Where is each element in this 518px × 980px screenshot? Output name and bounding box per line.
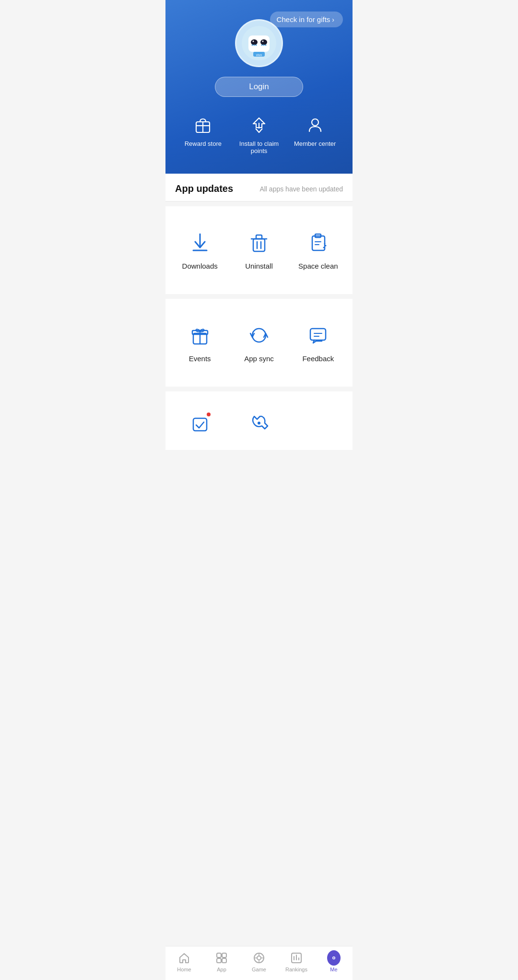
header-section: Check in for gifts › vivo xyxy=(165,0,353,174)
bottom-spacer xyxy=(165,450,353,488)
menu-grid-3 xyxy=(170,401,348,445)
menu-item-space-clean[interactable]: Space clean xyxy=(289,221,348,280)
reward-store-icon xyxy=(192,114,213,135)
chevron-right-icon: › xyxy=(332,16,334,24)
menu-item-events[interactable]: Events xyxy=(170,313,229,372)
downloads-label: Downloads xyxy=(182,262,218,270)
svg-point-11 xyxy=(265,45,267,46)
quick-link-member-center[interactable]: Member center xyxy=(287,114,343,154)
check-in-button[interactable]: Check in for gifts › xyxy=(270,12,343,27)
updates-badge-icon xyxy=(188,411,212,436)
badge-icon-wrapper xyxy=(188,412,212,435)
login-label: Login xyxy=(249,82,269,91)
downloads-icon xyxy=(188,230,212,255)
svg-point-10 xyxy=(263,45,265,46)
svg-point-32 xyxy=(323,247,325,248)
robot-avatar-icon: vivo xyxy=(240,24,278,62)
menu-item-uninstall[interactable]: Uninstall xyxy=(229,221,288,280)
svg-text:vivo: vivo xyxy=(256,53,262,57)
space-clean-icon xyxy=(306,230,330,255)
quick-links-bar: Reward store Install to claim points xyxy=(175,114,343,154)
svg-rect-41 xyxy=(193,418,207,431)
svg-point-3 xyxy=(260,39,267,45)
login-button[interactable]: Login xyxy=(215,77,303,97)
svg-rect-14 xyxy=(245,39,248,45)
events-label: Events xyxy=(189,354,211,363)
menu-item-app-sync[interactable]: App sync xyxy=(229,313,288,372)
app-updates-section: App updates All apps have been updated xyxy=(165,174,353,201)
reward-store-label: Reward store xyxy=(185,140,222,147)
svg-point-5 xyxy=(262,41,264,42)
feedback-label: Feedback xyxy=(302,354,334,363)
svg-rect-24 xyxy=(253,239,265,251)
menu-grid-1: Downloads Uninstall xyxy=(170,221,348,280)
member-center-icon xyxy=(305,114,326,135)
member-center-label: Member center xyxy=(294,140,336,147)
menu-item-updates-badge[interactable] xyxy=(170,401,229,445)
quick-link-install-points[interactable]: Install to claim points xyxy=(231,114,287,154)
uninstall-icon xyxy=(247,230,271,255)
notification-dot xyxy=(207,413,211,416)
app-sync-icon xyxy=(247,323,271,348)
events-icon xyxy=(188,323,212,348)
menu-item-downloads[interactable]: Downloads xyxy=(170,221,229,280)
uninstall-label: Uninstall xyxy=(245,262,273,270)
install-points-icon xyxy=(248,114,270,135)
svg-point-6 xyxy=(252,45,253,46)
menu-item-tools[interactable] xyxy=(229,401,288,445)
svg-rect-15 xyxy=(270,39,273,45)
svg-point-42 xyxy=(258,422,260,425)
install-points-label: Install to claim points xyxy=(231,140,287,154)
app-updates-status: All apps have been updated xyxy=(259,185,343,193)
tools-icon xyxy=(247,411,271,436)
svg-point-21 xyxy=(312,119,318,126)
menu-item-feedback[interactable]: Feedback xyxy=(289,313,348,372)
menu-section-2: Events App sync xyxy=(165,299,353,387)
app-sync-label: App sync xyxy=(244,354,274,363)
svg-rect-28 xyxy=(312,236,325,250)
svg-point-7 xyxy=(254,45,255,46)
svg-point-9 xyxy=(261,45,263,46)
space-clean-label: Space clean xyxy=(298,262,338,270)
svg-rect-38 xyxy=(310,329,326,340)
check-in-label: Check in for gifts xyxy=(277,15,330,24)
svg-point-4 xyxy=(253,41,254,42)
svg-point-2 xyxy=(251,39,258,45)
svg-point-8 xyxy=(256,45,257,46)
app-updates-title: App updates xyxy=(175,183,233,194)
svg-point-33 xyxy=(325,245,327,247)
menu-section-3 xyxy=(165,391,353,450)
menu-section-1: Downloads Uninstall xyxy=(165,206,353,294)
menu-grid-2: Events App sync xyxy=(170,313,348,372)
quick-link-reward-store[interactable]: Reward store xyxy=(175,114,231,154)
svg-point-34 xyxy=(324,243,326,245)
feedback-icon xyxy=(306,323,330,348)
